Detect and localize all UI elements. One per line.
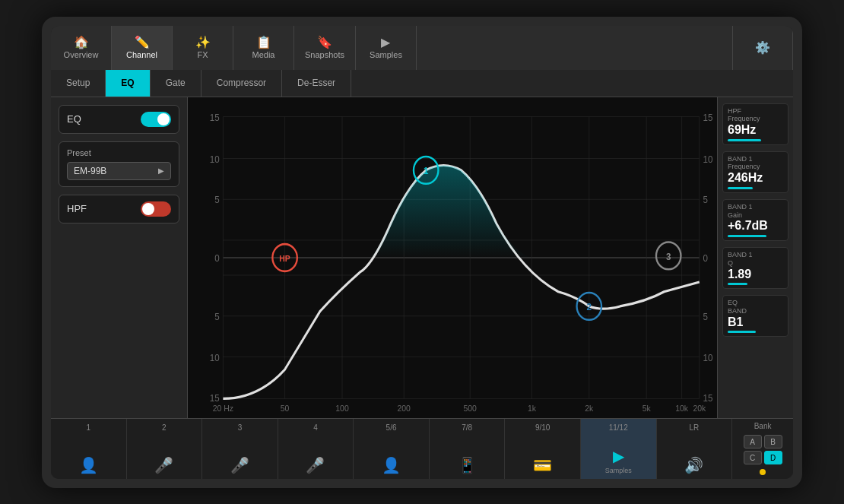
tab-samples-label: Samples: [370, 50, 402, 59]
fx-icon: ✨: [195, 36, 211, 49]
tab-settings[interactable]: ⚙️: [732, 26, 793, 70]
tab-overview[interactable]: 🏠 Overview: [51, 26, 112, 70]
hpf-label: HPF: [67, 203, 87, 214]
preset-value[interactable]: EM-99B ▶: [67, 162, 171, 180]
device-frame: 🏠 Overview ✏️ Channel ✨ FX 📋 Media 🔖 Sna…: [42, 17, 802, 488]
channel-1-num: 1: [51, 423, 126, 432]
subtab-setup-label: Setup: [66, 78, 90, 88]
param-band1-q: BAND 1Q 1.89: [722, 247, 788, 289]
svg-text:1k: 1k: [528, 403, 536, 413]
svg-text:3: 3: [666, 251, 671, 262]
tab-snapshots-label: Snapshots: [305, 50, 344, 59]
home-icon: 🏠: [74, 36, 89, 49]
svg-text:20k: 20k: [693, 403, 706, 413]
subtab-gate[interactable]: Gate: [151, 70, 201, 97]
channel-lr[interactable]: LR 🔊: [657, 419, 733, 479]
subtab-gate-label: Gate: [166, 78, 186, 88]
eq-graph-area[interactable]: 15 10 5 0 5 10 15 15 10 5 0 5: [188, 97, 717, 418]
tab-channel[interactable]: ✏️ Channel: [112, 26, 173, 70]
svg-text:50: 50: [281, 403, 290, 413]
preset-panel-box: Preset EM-99B ▶: [59, 141, 179, 187]
svg-text:10: 10: [703, 154, 712, 165]
svg-text:200: 200: [398, 403, 411, 413]
tab-channel-label: Channel: [126, 50, 157, 59]
top-nav: 🏠 Overview ✏️ Channel ✨ FX 📋 Media 🔖 Sna…: [51, 26, 793, 70]
channel-lr-num: LR: [657, 423, 732, 432]
svg-text:HP: HP: [279, 253, 290, 263]
channel-56-num: 5/6: [354, 423, 429, 432]
hpf-panel-box: HPF: [59, 195, 179, 223]
channel-1112-icon: ▶: [613, 447, 624, 465]
eq-toggle[interactable]: [141, 112, 171, 127]
bank-btn-d[interactable]: D: [764, 451, 782, 464]
svg-text:15: 15: [703, 112, 712, 123]
tab-samples[interactable]: ▶ Samples: [356, 26, 417, 70]
bank-btn-b[interactable]: B: [764, 435, 782, 449]
tab-fx[interactable]: ✨ FX: [173, 26, 233, 70]
svg-text:1: 1: [424, 165, 429, 176]
bank-area: Bank A B C D: [732, 419, 793, 479]
bank-btn-a[interactable]: A: [744, 435, 762, 449]
settings-icon: ⚙️: [755, 42, 770, 54]
channel-2[interactable]: 2 🎤: [127, 419, 203, 479]
svg-text:10: 10: [703, 352, 712, 363]
channel-56-icon: 👤: [382, 456, 401, 474]
tab-fx-label: FX: [197, 50, 208, 59]
hpf-toggle[interactable]: [141, 201, 171, 217]
svg-text:10: 10: [210, 352, 220, 363]
param-eq-band-value: B1: [728, 315, 783, 329]
channel-78[interactable]: 7/8 📱: [430, 419, 506, 479]
subtab-compressor[interactable]: Compressor: [201, 70, 282, 97]
param-eq-band: EQBAND B1: [722, 295, 788, 337]
param-eq-band-label: EQBAND: [728, 299, 783, 315]
right-panel: HPFFrequency 69Hz BAND 1Frequency 246Hz …: [717, 97, 793, 418]
svg-text:0: 0: [214, 252, 220, 264]
channel-1112[interactable]: 11/12 ▶ Samples: [581, 419, 657, 479]
samples-icon: ▶: [381, 36, 390, 49]
snapshots-icon: 🔖: [317, 36, 332, 49]
media-icon: 📋: [256, 36, 271, 49]
svg-text:15: 15: [210, 392, 220, 404]
channel-2-num: 2: [127, 423, 202, 432]
channel-4[interactable]: 4 🎤: [278, 419, 354, 479]
param-band1-q-bar: [728, 283, 747, 285]
tab-media[interactable]: 📋 Media: [233, 26, 294, 70]
tab-overview-label: Overview: [64, 50, 99, 59]
channel-1[interactable]: 1 👤: [51, 419, 127, 479]
param-hpf-freq-bar: [728, 139, 761, 141]
param-band1-gain-bar: [728, 235, 766, 237]
svg-text:5k: 5k: [643, 403, 651, 413]
bank-grid: A B C D: [744, 435, 782, 464]
channel-3-icon: 🎤: [230, 456, 249, 474]
channel-56[interactable]: 5/6 👤: [354, 419, 430, 479]
subtab-eq[interactable]: EQ: [106, 70, 150, 97]
bank-btn-c[interactable]: C: [744, 451, 762, 464]
channel-4-num: 4: [278, 423, 354, 432]
svg-text:10k: 10k: [675, 403, 688, 413]
channel-910[interactable]: 9/10 💳: [505, 419, 581, 479]
tab-snapshots[interactable]: 🔖 Snapshots: [294, 26, 356, 70]
subtab-eq-label: EQ: [121, 78, 134, 88]
preset-arrow-icon: ▶: [158, 166, 164, 175]
channel-78-icon: 📱: [458, 456, 477, 474]
channel-3[interactable]: 3 🎤: [202, 419, 278, 479]
eq-label: EQ: [67, 113, 81, 125]
channel-1112-num: 11/12: [581, 423, 656, 432]
eq-toggle-row: EQ: [67, 112, 171, 127]
param-band1-freq-value: 246Hz: [728, 171, 783, 185]
param-band1-gain: BAND 1Gain +6.7dB: [722, 199, 788, 241]
channel-3-num: 3: [202, 423, 278, 432]
bottom-strip: 1 👤 2 🎤 3 🎤 4 🎤 5/6 👤 7/8 📱: [51, 418, 793, 479]
sub-nav: Setup EQ Gate Compressor De-Esser: [51, 70, 793, 97]
param-hpf-freq-label: HPFFrequency: [728, 107, 783, 124]
svg-text:15: 15: [703, 392, 712, 404]
main-content: EQ Preset EM-99B ▶ HPF: [51, 97, 793, 418]
svg-text:5: 5: [214, 311, 220, 322]
subtab-de-esser[interactable]: De-Esser: [282, 70, 351, 97]
channel-4-icon: 🎤: [306, 456, 325, 474]
param-band1-gain-value: +6.7dB: [728, 219, 783, 233]
hpf-toggle-row: HPF: [67, 201, 171, 217]
tab-media-label: Media: [252, 50, 275, 59]
subtab-setup[interactable]: Setup: [51, 70, 106, 97]
channel-1-icon: 👤: [79, 456, 98, 474]
